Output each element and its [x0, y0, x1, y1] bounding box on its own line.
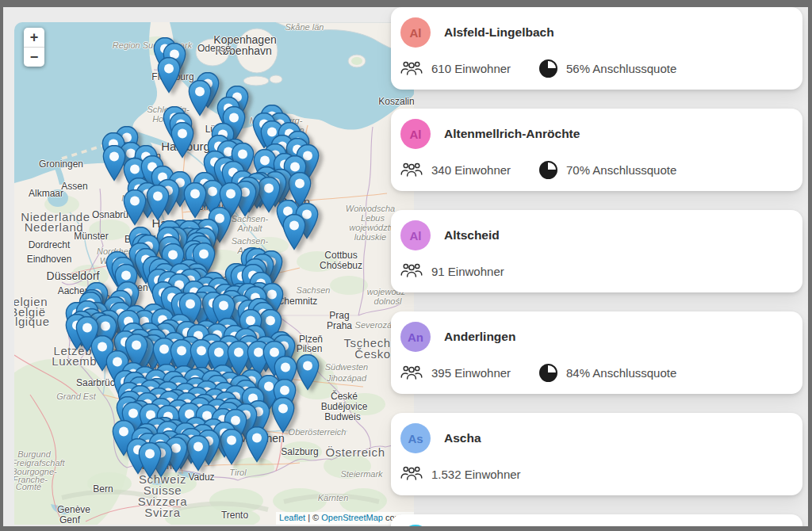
place-card[interactable]: AsAscha1.532 Einwohner	[391, 413, 802, 495]
people-icon	[400, 465, 423, 483]
osm-link[interactable]: OpenStreetMap	[321, 513, 383, 522]
avatar: Al	[400, 220, 431, 250]
place-card-list: AlAlsfeld-Lingelbach610 Einwohner56% Ans…	[391, 7, 802, 526]
map-marker-pin[interactable]	[186, 434, 210, 472]
leaflet-map[interactable]: Skåne länRegion SuddanmarkKopenhagenKøbe…	[14, 22, 414, 525]
avatar	[400, 525, 431, 526]
einwohner-value: 340 Einwohner	[431, 163, 511, 177]
people-icon	[400, 365, 423, 382]
anschlussquote-value: 56% Anschlussquote	[566, 62, 676, 75]
people-icon	[400, 162, 423, 179]
map-marker-pin[interactable]	[271, 396, 295, 434]
anschlussquote-value: 70% Anschlussquote	[566, 163, 676, 177]
zoom-in-button[interactable]: +	[24, 28, 44, 48]
map-marker-pin[interactable]	[170, 121, 194, 159]
zoom-out-button[interactable]: −	[24, 48, 44, 67]
place-card[interactable]: AlAltscheid91 Einwohner	[391, 210, 802, 292]
map-marker-pin[interactable]	[282, 213, 306, 250]
people-icon	[400, 60, 423, 78]
place-name: Altscheid	[444, 228, 500, 243]
anschlussquote-value: 84% Anschlussquote	[566, 366, 676, 380]
page-background: Skåne länRegion SuddanmarkKopenhagenKøbe…	[3, 7, 808, 526]
place-name: Ascha	[444, 431, 481, 445]
place-name: Anderlingen	[444, 330, 515, 344]
place-card[interactable]	[391, 514, 802, 526]
map-marker-pin[interactable]	[157, 56, 181, 94]
place-card[interactable]: AlAlsfeld-Lingelbach610 Einwohner56% Ans…	[391, 7, 802, 90]
pie-chart-icon	[539, 161, 557, 179]
map-marker-pin[interactable]	[138, 441, 162, 479]
map-marker-pin[interactable]	[188, 79, 212, 117]
map-marker-pin[interactable]	[183, 181, 207, 219]
map-marker-pin[interactable]	[296, 353, 320, 391]
map-marker-pin[interactable]	[146, 184, 170, 221]
pie-chart-icon	[539, 364, 557, 382]
einwohner-value: 1.532 Einwohner	[431, 468, 521, 481]
einwohner-value: 91 Einwohner	[431, 265, 504, 278]
einwohner-value: 395 Einwohner	[431, 366, 511, 380]
attribution-separator: | ©	[305, 513, 321, 522]
avatar: An	[400, 322, 431, 352]
einwohner-value: 610 Einwohner	[431, 62, 511, 75]
avatar: Al	[400, 119, 431, 149]
place-card[interactable]: AlAltenmellrich-Anröchte340 Einwohner70%…	[391, 109, 802, 191]
map-marker-pin[interactable]	[220, 428, 243, 465]
leaflet-link[interactable]: Leaflet	[279, 513, 305, 522]
place-name: Altenmellrich-Anröchte	[444, 127, 580, 141]
zoom-control: + −	[24, 28, 44, 67]
pie-chart-icon	[539, 59, 557, 78]
avatar: Al	[400, 17, 431, 48]
app-window: Skåne länRegion SuddanmarkKopenhagenKøbe…	[0, 0, 812, 531]
place-card[interactable]: AnAnderlingen395 Einwohner84% Anschlussq…	[391, 311, 802, 394]
avatar: As	[400, 423, 431, 453]
place-name: Alsfeld-Lingelbach	[444, 25, 554, 40]
people-icon	[400, 262, 423, 280]
map-marker-pin[interactable]	[123, 189, 147, 226]
map-marker-pin[interactable]	[245, 426, 269, 463]
